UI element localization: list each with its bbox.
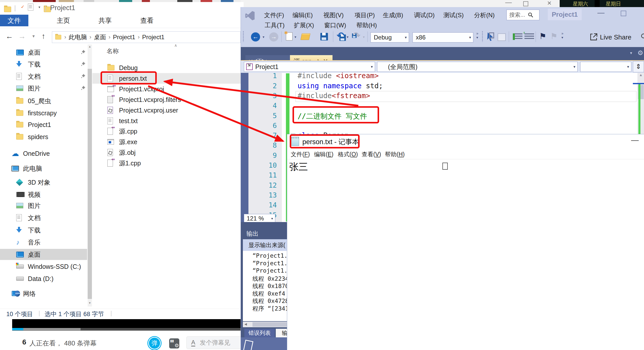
notepad-minimize-button[interactable]: — (631, 136, 639, 144)
file-row-test.txt[interactable]: test.txt (92, 116, 241, 126)
vs-menu-调试(D)[interactable]: 调试(D) (414, 11, 435, 19)
sidebar-item-DataD[interactable]: Data (D:) (0, 273, 87, 284)
sidebar-item-3D对象[interactable]: 3D 对象 (0, 177, 87, 188)
vs-search-box[interactable]: 搜索... (506, 10, 539, 20)
vs-maximize-button[interactable] (621, 11, 626, 16)
file-row-Project1.vcxproj.user[interactable]: Project1.vcxproj.user (92, 105, 241, 116)
navigate-box-icon[interactable] (498, 33, 506, 41)
bg-minimize-button[interactable]: — (505, 0, 512, 6)
sidebar-item-文档[interactable]: 文档 (0, 212, 87, 223)
open-file-icon[interactable] (300, 33, 310, 40)
sidebar-item-音乐[interactable]: ♪音乐 (0, 237, 87, 248)
redo-icon[interactable]: ↷ (353, 30, 360, 41)
scroll-left-icon[interactable]: ◀ (244, 322, 247, 326)
sidebar-item-视频[interactable]: 视频 (0, 189, 87, 200)
live-share-label[interactable]: Live Share (600, 33, 631, 41)
indent-decrease-icon[interactable] (513, 33, 522, 40)
ribbon-tab-share[interactable]: 共享 (93, 15, 117, 26)
forward-icon[interactable]: → (18, 32, 26, 40)
scroll-down-icon[interactable]: ▾ (88, 301, 92, 305)
bookmark-overflow-icon[interactable]: »▾ (561, 31, 563, 39)
feedback-search-icon[interactable] (640, 33, 644, 40)
navigate-back-icon[interactable]: ← (251, 32, 260, 41)
live-share-icon[interactable] (589, 32, 598, 41)
undo-caret-icon[interactable]: ▾ (347, 35, 348, 39)
vs-menu-扩展(X)[interactable]: 扩展(X) (294, 21, 314, 29)
sidebar-scrollbar[interactable]: ▴ ▾ (88, 45, 92, 307)
sidebar-item-Project1[interactable]: Project1 (0, 119, 87, 130)
code-line-2[interactable]: using namespace std; (298, 82, 383, 90)
up-icon[interactable]: ↑ (42, 32, 45, 40)
breadcrumb-chevron[interactable]: › (89, 34, 91, 40)
breadcrumb-segment[interactable]: Project1 (142, 34, 164, 41)
sidebar-item-桌面[interactable]: 桌面 (0, 249, 87, 260)
toolbar-grip[interactable] (243, 31, 244, 42)
bookmark-icon[interactable]: ⚑ (539, 31, 547, 41)
sidebar-item-网络[interactable]: 网络 (0, 288, 87, 299)
breadcrumb-chevron[interactable]: › (109, 34, 110, 40)
file-row-源.cpp[interactable]: 源.cpp (92, 126, 241, 137)
toolbar-overflow-icon[interactable]: »▾ (476, 31, 478, 39)
sidebar-item-Windows-SSDC[interactable]: Windows-SSD (C:) (0, 261, 87, 272)
split-editor-icon[interactable]: ⇕ (633, 61, 644, 72)
vs-menu-编辑(E)[interactable]: 编辑(E) (292, 11, 313, 19)
qat-caret-down-icon[interactable]: ▾ (38, 5, 40, 9)
vs-menu-测试(S)[interactable]: 测试(S) (443, 11, 464, 19)
notepad-menu-查看(V)[interactable]: 查看(V) (362, 150, 381, 158)
sidebar-item-桌面[interactable]: 桌面 (0, 47, 87, 58)
breadcrumb-segment[interactable]: Project1 (113, 34, 135, 41)
panel-tab-错误列表[interactable]: 错误列表 (244, 329, 275, 337)
danmaku-toggle-button[interactable]: 弹 (148, 337, 161, 349)
notepad-menu-格式(O)[interactable]: 格式(O) (338, 150, 358, 158)
indent-increase-icon[interactable]: ² (524, 33, 534, 40)
scroll-up-icon[interactable]: ▲ (637, 73, 644, 77)
account-button[interactable]: Project1 (548, 9, 582, 20)
attach-process-icon[interactable] (486, 32, 495, 41)
vs-menu-项目(P)[interactable]: 项目(P) (355, 11, 375, 19)
vs-menu-视图(V)[interactable]: 视图(V) (323, 11, 344, 19)
member-dropdown[interactable]: ▾ (580, 62, 631, 72)
ribbon-tab-view[interactable]: 查看 (135, 15, 159, 26)
scroll-up-icon[interactable]: ▴ (88, 45, 92, 50)
save-icon[interactable] (320, 33, 328, 40)
editor-zoom-dropdown[interactable]: 121 % ▾ (244, 214, 275, 223)
sidebar-item-此电脑[interactable]: 此电脑 (0, 163, 87, 174)
file-row-Project1.vcxproj.filters[interactable]: Project1.vcxproj.filters (92, 94, 241, 105)
notepad-menu-文件(F)[interactable]: 文件(F) (291, 150, 310, 158)
file-row-源1.cpp[interactable]: 源1.cpp (92, 158, 241, 168)
notepad-menu-编辑(E)[interactable]: 编辑(E) (314, 150, 334, 158)
sidebar-item-图片[interactable]: 图片 (0, 83, 87, 94)
file-row-Project1.vcxproj[interactable]: Project1.vcxproj (92, 84, 241, 94)
address-bar[interactable]: › 此电脑›桌面›Project1›Project1 (52, 31, 241, 43)
file-row-源.exe[interactable]: 源.exe (92, 137, 241, 147)
scope-dropdown[interactable]: (全局范围)▾ (377, 62, 578, 72)
qat-properties-icon[interactable] (28, 4, 33, 11)
sidebar-item-下载[interactable]: 下载 (0, 225, 87, 236)
previous-bookmark-icon[interactable]: ⚑ (550, 31, 558, 41)
sidebar-item-firstscrapy[interactable]: firstscrapy (0, 107, 87, 119)
back-caret-icon[interactable]: ▾ (263, 35, 264, 39)
sidebar-item-图片[interactable]: 图片 (0, 200, 87, 211)
breakpoint-margin[interactable] (241, 73, 248, 222)
column-header-name[interactable]: 名称 (107, 47, 119, 55)
back-icon[interactable]: ← (6, 32, 13, 40)
code-line-1[interactable]: #include <iostream> (298, 72, 379, 80)
scrollbar-thumb[interactable] (88, 69, 92, 299)
sidebar-item-OneDrive[interactable]: ☁OneDrive (0, 148, 87, 159)
undo-icon[interactable]: ↶ (337, 30, 344, 41)
bg-maximize-button[interactable] (523, 1, 528, 6)
navigate-forward-icon[interactable]: → (269, 32, 278, 41)
vs-menu-帮助(H)[interactable]: 帮助(H) (356, 21, 377, 29)
redo-caret-icon[interactable]: ▾ (363, 35, 365, 39)
vs-menu-文件(F)[interactable]: 文件(F) (264, 11, 284, 19)
sidebar-item-下载[interactable]: 下载 (0, 59, 87, 70)
vs-menu-工具(T)[interactable]: 工具(T) (265, 21, 285, 29)
sidebar-item-文档[interactable]: 文档 (0, 71, 87, 82)
sidebar-item-05_爬虫[interactable]: 05_爬虫 (0, 95, 87, 106)
new-file-caret-icon[interactable]: ▾ (295, 35, 296, 39)
breadcrumb-segment[interactable]: 桌面 (94, 33, 106, 41)
bg-close-button[interactable]: ✕ (547, 0, 552, 7)
vs-menu-生成(B)[interactable]: 生成(B) (383, 11, 403, 19)
ribbon-tab-home[interactable]: 主页 (51, 15, 75, 26)
solution-config-dropdown[interactable]: Debug▾ (370, 32, 409, 42)
